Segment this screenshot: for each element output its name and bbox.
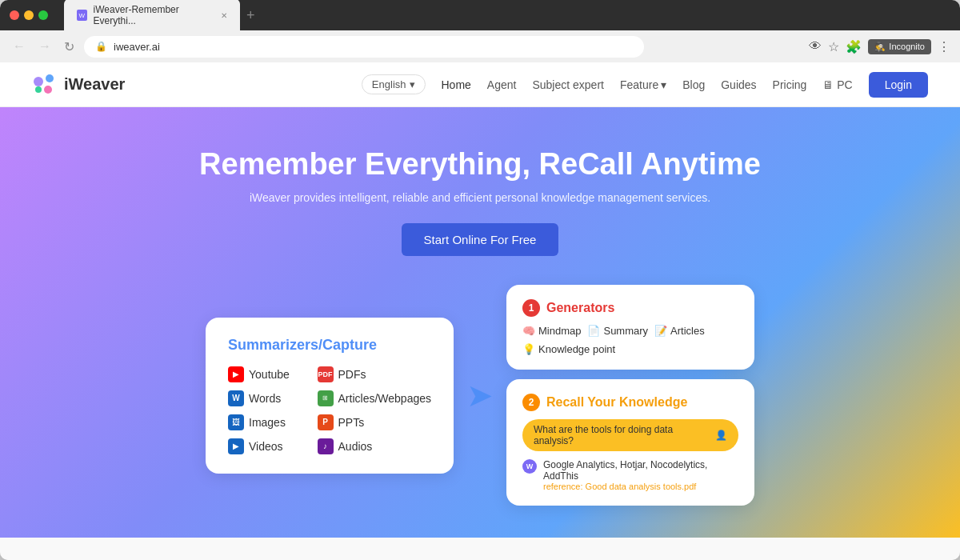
url-text: iweaver.ai [114,41,160,53]
close-button[interactable] [10,10,19,20]
capture-card-title: Summarizers/Capture [228,337,431,354]
list-item: W Words [228,390,305,406]
generators-title: 1 Generators [522,299,738,317]
nav-pricing[interactable]: Pricing [773,78,807,91]
lock-icon: 🔒 [95,41,107,52]
badge-1: 1 [522,299,540,317]
list-item: 💡 Knowledge point [522,343,615,355]
hero-section: Remember Everything, ReCall Anytime iWea… [0,107,960,538]
star-icon[interactable]: ☆ [828,39,839,54]
svg-point-2 [44,86,52,94]
user-icon: 👤 [715,430,727,441]
nav-guides[interactable]: Guides [721,78,756,91]
list-item: 🧠 Mindmap [522,325,581,337]
summary-icon: 📄 [587,325,600,337]
ppt-icon: P [318,414,334,430]
svg-point-1 [46,74,54,82]
capture-card: Summarizers/Capture ▶ Youtube PDF PDFs W [206,318,454,474]
browser-frame: W iWeaver-Remember Everythi... ✕ + ← → ↻… [0,0,960,560]
incognito-badge: 🕵️ Incognito [868,39,931,54]
iweaver-answer-icon: W [522,459,537,474]
lang-label: English [372,78,406,90]
minimize-button[interactable] [24,10,34,20]
image-icon: 🖼 [228,414,244,430]
nav-pc[interactable]: 🖥 PC [822,78,852,91]
pros-section: The pros are all using it! 📄 Pathology_l… [0,538,960,560]
capture-label-videos: Videos [249,440,283,453]
eye-icon[interactable]: 👁 [809,39,822,54]
capture-label-youtube: Youtube [249,368,290,381]
articles-icon: 📝 [654,325,667,337]
query-bubble: What are the tools for doing data analys… [522,419,738,451]
logo[interactable]: iWeaver [32,72,125,98]
capture-label-audios: Audios [338,440,373,453]
active-tab[interactable]: W iWeaver-Remember Everythi... ✕ [64,0,240,31]
pdf-icon: PDF [318,366,334,382]
recall-title: 2 Recall Your Knowledge [522,394,738,411]
audio-icon: ♪ [318,438,334,454]
right-cards: 1 Generators 🧠 Mindmap 📄 Summary [506,285,754,506]
title-bar: W iWeaver-Remember Everythi... ✕ + [0,0,960,30]
nav-agent[interactable]: Agent [487,78,517,91]
arrow-connector: ➤ [466,377,494,414]
list-item: 📝 Articles [654,325,705,337]
articles-label: Articles [670,325,705,337]
chevron-down-icon: ▾ [410,78,415,90]
traffic-lights [10,10,48,20]
capture-grid: ▶ Youtube PDF PDFs W Words ⊞ [228,366,431,454]
list-item: 📄 Summary [587,325,648,337]
feature-cards-row: Summarizers/Capture ▶ Youtube PDF PDFs W [32,285,928,506]
maximize-button[interactable] [38,10,48,20]
tab-close-icon[interactable]: ✕ [221,11,227,20]
nav-home[interactable]: Home [442,78,471,91]
generators-label: Generators [546,301,614,315]
back-button[interactable]: ← [10,36,29,57]
capture-label-articles: Articles/Webpages [338,392,431,405]
logo-icon [32,72,58,98]
navbar: iWeaver English ▾ Home Agent Subject exp… [0,62,960,107]
hero-subtitle: iWeaver provides intelligent, reliable a… [250,191,710,204]
reference-file: Good data analysis tools.pdf [586,482,697,491]
hero-title: Remember Everything, ReCall Anytime [199,147,761,182]
capture-label-ppts: PPTs [338,416,365,429]
list-item: ⊞ Articles/Webpages [318,390,431,406]
recall-answer: W Google Analytics, Hotjar, Nocodelytics… [522,459,738,491]
chevron-down-icon: ▾ [661,78,666,91]
tab-title: iWeaver-Remember Everythi... [94,4,211,26]
nav-feature[interactable]: Feature ▾ [620,78,666,91]
generators-card: 1 Generators 🧠 Mindmap 📄 Summary [506,285,754,370]
svg-point-0 [34,77,43,86]
hero-cta-button[interactable]: Start Online For Free [402,223,559,256]
url-bar[interactable]: 🔒 iweaver.ai [84,36,644,58]
tab-favicon: W [77,10,87,21]
list-item: ▶ Videos [228,438,305,454]
recall-label: Recall Your Knowledge [546,395,687,410]
logo-text: iWeaver [64,75,125,94]
query-text: What are the tools for doing data analys… [534,424,709,446]
menu-icon[interactable]: ⋮ [938,39,950,54]
recall-card: 2 Recall Your Knowledge What are the too… [506,379,754,506]
summary-label: Summary [603,325,648,337]
page-content: iWeaver English ▾ Home Agent Subject exp… [0,62,960,560]
login-button[interactable]: Login [869,72,928,98]
svg-point-3 [35,86,42,93]
nav-subject-expert[interactable]: Subject expert [532,78,604,91]
badge-2: 2 [522,394,540,411]
capture-label-pdfs: PDFs [338,368,366,381]
generators-items: 🧠 Mindmap 📄 Summary 📝 Articles [522,325,738,355]
language-selector[interactable]: English ▾ [362,74,426,94]
mindmap-icon: 🧠 [522,325,535,337]
answer-content: Google Analytics, Hotjar, Nocodelytics, … [543,459,738,491]
new-tab-button[interactable]: + [246,7,255,24]
extension-icon[interactable]: 🧩 [846,39,862,54]
refresh-button[interactable]: ↻ [61,36,78,58]
nav-links: English ▾ Home Agent Subject expert Feat… [362,72,928,98]
recall-reference: reference: Good data analysis tools.pdf [543,482,738,491]
knowledge-icon: 💡 [522,343,535,355]
forward-button[interactable]: → [35,36,54,57]
capture-label-words: Words [249,392,281,405]
nav-blog[interactable]: Blog [682,78,705,91]
youtube-icon: ▶ [228,366,244,382]
list-item: 🖼 Images [228,414,305,430]
article-icon: ⊞ [318,390,334,406]
